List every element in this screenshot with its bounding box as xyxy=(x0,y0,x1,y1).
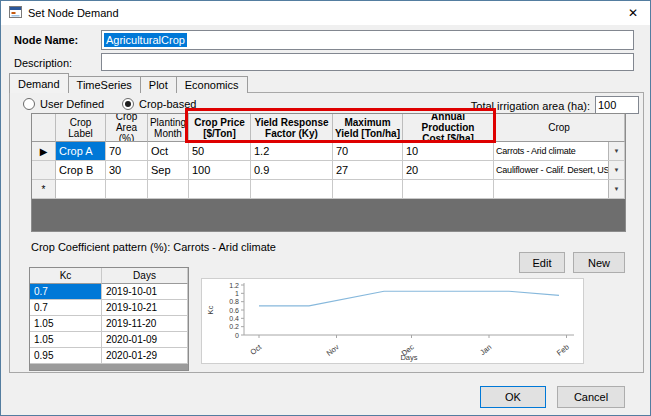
col-header-maximum-yield[interactable]: Maximum Yield [Ton/ha] xyxy=(333,114,403,142)
cell-planting-month[interactable]: Oct xyxy=(148,142,189,161)
day-cell[interactable]: 2019-11-20 xyxy=(102,316,188,332)
cell-empty[interactable] xyxy=(106,180,148,199)
new-button[interactable]: New xyxy=(573,252,625,273)
ok-button[interactable]: OK xyxy=(480,386,546,408)
col-header-crop-label[interactable]: Crop Label xyxy=(56,114,106,142)
cell-yield-response[interactable]: 0.9 xyxy=(251,161,333,180)
titlebar: Set Node Demand ✕ xyxy=(1,1,650,25)
cancel-button[interactable]: Cancel xyxy=(557,386,625,408)
row-header-cell[interactable] xyxy=(32,161,56,180)
col-header-annual-cost[interactable]: Annual Production Cost [$/ha] xyxy=(403,114,494,142)
radio-dot-icon xyxy=(122,98,134,110)
new-row-marker[interactable]: * xyxy=(32,180,56,199)
svg-text:0.6: 0.6 xyxy=(229,307,239,314)
svg-text:Jan: Jan xyxy=(478,342,493,357)
svg-text:0.8: 0.8 xyxy=(229,298,239,305)
tab-timeseries[interactable]: TimeSeries xyxy=(68,76,141,93)
new-crop-row: * ▼ xyxy=(32,180,625,199)
total-irrigation-area-input[interactable]: 100 xyxy=(595,96,639,114)
cell-crop-price[interactable]: 50 xyxy=(189,142,251,161)
crop-grid: Crop Label Crop Area (%) Planting Month … xyxy=(31,113,626,232)
current-row-arrow-icon[interactable]: ▶ xyxy=(32,142,56,161)
crop-row-b: Crop B 30 Sep 100 0.9 27 20 Cauliflower … xyxy=(32,161,625,180)
svg-text:0: 0 xyxy=(235,332,239,339)
chevron-down-icon[interactable]: ▼ xyxy=(608,142,624,160)
description-input[interactable] xyxy=(101,53,634,71)
cell-crop-area[interactable]: 30 xyxy=(106,161,148,180)
svg-text:Days: Days xyxy=(400,353,417,362)
grid-empty-area xyxy=(32,199,625,231)
svg-text:Oct: Oct xyxy=(248,342,263,357)
radio-user-defined[interactable]: User Defined xyxy=(23,98,104,110)
kc-row: 0.95 2020-01-29 xyxy=(30,348,188,364)
radio-circle-icon xyxy=(23,98,35,110)
kc-cell[interactable]: 1.05 xyxy=(30,316,102,332)
kc-column-header[interactable]: Kc xyxy=(30,268,102,284)
cell-annual-cost[interactable]: 20 xyxy=(403,161,494,180)
col-header-crop[interactable]: Crop xyxy=(494,114,625,142)
svg-text:0.4: 0.4 xyxy=(229,315,239,322)
cell-maximum-yield[interactable]: 27 xyxy=(333,161,403,180)
edit-button[interactable]: Edit xyxy=(519,252,565,273)
cell-planting-month[interactable]: Sep xyxy=(148,161,189,180)
cell-empty[interactable] xyxy=(333,180,403,199)
tab-demand[interactable]: Demand xyxy=(9,73,69,93)
crop-row-a: ▶ Crop A 70 Oct 50 1.2 70 10 Carrots - A… xyxy=(32,142,625,161)
chevron-down-icon[interactable]: ▼ xyxy=(608,161,624,179)
day-cell[interactable]: 2019-10-01 xyxy=(102,284,188,300)
days-column-header[interactable]: Days xyxy=(102,268,188,284)
kc-table: Kc Days 0.7 2019-10-01 0.7 2019-10-21 1.… xyxy=(29,267,189,371)
day-cell[interactable]: 2019-10-21 xyxy=(102,300,188,316)
col-header-crop-area[interactable]: Crop Area (%) xyxy=(106,114,148,142)
radio-user-defined-label: User Defined xyxy=(40,98,104,110)
set-node-demand-dialog: Set Node Demand ✕ Node Name: Agricultura… xyxy=(0,0,651,416)
cell-crop-label[interactable]: Crop A xyxy=(56,142,106,161)
node-name-label: Node Name: xyxy=(14,34,78,46)
node-name-input[interactable]: AgriculturalCrop xyxy=(101,30,634,50)
crop-dropdown-value: Cauliflower - Calif. Desert, USA xyxy=(494,165,608,175)
cell-empty[interactable] xyxy=(56,180,106,199)
crop-grid-header-row: Crop Label Crop Area (%) Planting Month … xyxy=(32,114,625,142)
svg-text:Nov: Nov xyxy=(325,342,341,357)
cell-maximum-yield[interactable]: 70 xyxy=(333,142,403,161)
cell-crop-label[interactable]: Crop B xyxy=(56,161,106,180)
tab-strip: Demand TimeSeries Plot Economics xyxy=(9,73,247,93)
svg-text:Kc: Kc xyxy=(206,305,215,314)
cell-crop-area[interactable]: 70 xyxy=(106,142,148,161)
corner-header-cell[interactable] xyxy=(32,114,56,142)
cell-crop-price[interactable]: 100 xyxy=(189,161,251,180)
kc-cell[interactable]: 0.7 xyxy=(30,284,102,300)
radio-crop-based-label: Crop-based xyxy=(139,98,196,110)
crop-dropdown-empty[interactable]: ▼ xyxy=(494,180,625,199)
cell-empty[interactable] xyxy=(403,180,494,199)
col-header-crop-price[interactable]: Crop Price [$/Ton] xyxy=(189,114,251,142)
close-icon[interactable]: ✕ xyxy=(616,1,650,24)
day-cell[interactable]: 2020-01-09 xyxy=(102,332,188,348)
kc-cell[interactable]: 1.05 xyxy=(30,332,102,348)
node-name-value: AgriculturalCrop xyxy=(104,33,187,47)
cell-empty[interactable] xyxy=(148,180,189,199)
crop-dropdown[interactable]: Cauliflower - Calif. Desert, USA ▼ xyxy=(494,161,625,180)
total-irrigation-area-value: 100 xyxy=(598,99,616,111)
svg-text:0.2: 0.2 xyxy=(229,323,239,330)
day-cell[interactable]: 2020-01-29 xyxy=(102,348,188,364)
kc-cell[interactable]: 0.95 xyxy=(30,348,102,364)
total-irrigation-area-label: Total irrigation area (ha): xyxy=(471,100,590,112)
cell-annual-cost[interactable]: 10 xyxy=(403,142,494,161)
svg-text:1: 1 xyxy=(235,290,239,297)
cell-empty[interactable] xyxy=(251,180,333,199)
col-header-planting-month[interactable]: Planting Month xyxy=(148,114,189,142)
kc-chart-svg: 00.20.40.60.811.2OctNovDecJanFebKcDays xyxy=(202,279,583,363)
cell-yield-response[interactable]: 1.2 xyxy=(251,142,333,161)
chevron-down-icon[interactable]: ▼ xyxy=(608,180,624,198)
crop-dropdown-value: Carrots - Arid climate xyxy=(494,146,608,156)
tab-plot[interactable]: Plot xyxy=(140,76,177,93)
cell-empty[interactable] xyxy=(189,180,251,199)
col-header-yield-response[interactable]: Yield Response Factor (Ky) xyxy=(251,114,333,142)
tab-economics[interactable]: Economics xyxy=(176,76,248,93)
kc-line-chart: 00.20.40.60.811.2OctNovDecJanFebKcDays xyxy=(201,278,584,364)
radio-crop-based[interactable]: Crop-based xyxy=(122,98,196,110)
kc-cell[interactable]: 0.7 xyxy=(30,300,102,316)
description-label: Description: xyxy=(14,57,72,69)
crop-dropdown[interactable]: Carrots - Arid climate ▼ xyxy=(494,142,625,161)
